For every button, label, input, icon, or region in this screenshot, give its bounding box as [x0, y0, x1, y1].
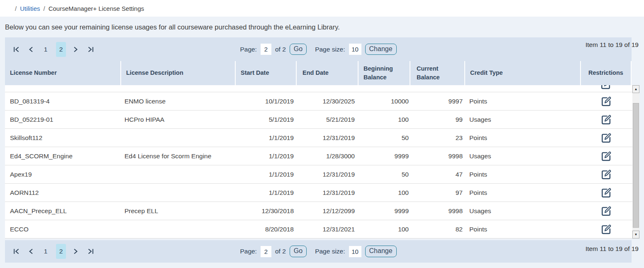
cell-beginning-balance: 100: [358, 226, 410, 233]
edit-pencil-square-icon: [600, 132, 612, 144]
page-number-2-active[interactable]: 2: [56, 42, 66, 57]
page-size-input[interactable]: [349, 44, 361, 55]
page-size-label: Page size:: [315, 46, 345, 53]
vertical-scrollbar[interactable]: ▲ ▼: [632, 85, 639, 238]
scrollbar-down-button[interactable]: ▼: [632, 231, 639, 238]
cell-license-description: Precep ELL: [120, 207, 235, 215]
page-size-input[interactable]: [349, 246, 361, 257]
first-page-button[interactable]: [12, 244, 21, 258]
cell-license-number: Skillsoft112: [5, 134, 120, 142]
go-button[interactable]: Go: [290, 44, 307, 55]
change-button[interactable]: Change: [365, 246, 397, 257]
previous-page-icon: [28, 46, 33, 53]
column-header-start-date[interactable]: Start Date: [235, 61, 296, 85]
edit-restrictions-button[interactable]: [600, 150, 612, 162]
cell-end-date: 12/30/2025: [296, 98, 358, 105]
page-number-1[interactable]: 1: [41, 244, 51, 259]
table-header: License Number License Description Start…: [5, 61, 632, 85]
cell-restrictions: [580, 114, 632, 125]
cell-start-date: 10/1/2019: [235, 98, 296, 105]
scrollbar-thumb[interactable]: [633, 103, 639, 228]
page-number-1[interactable]: 1: [41, 42, 51, 57]
cell-license-description: ENMO license: [120, 98, 235, 105]
cell-start-date: 1/1/2019: [235, 171, 296, 178]
first-page-icon: [13, 248, 20, 255]
cell-beginning-balance: 9999: [358, 152, 410, 160]
cell-end-date: 1/28/3000: [296, 152, 358, 160]
cell-credit-type: Points: [464, 189, 580, 197]
cell-end-date: 12/31/2019: [296, 189, 358, 197]
table-row: AACN_Precep_ELL Precep ELL 12/30/2018 12…: [5, 202, 632, 220]
edit-restrictions-button[interactable]: [600, 85, 612, 90]
cell-credit-type: Points: [464, 226, 580, 233]
column-header-credit-type[interactable]: Credit Type: [464, 61, 580, 85]
cell-current-balance: 9998: [410, 152, 464, 160]
edit-restrictions-button[interactable]: [600, 224, 612, 235]
edit-restrictions-button[interactable]: [600, 96, 612, 107]
table-body: BD_081319-4 ENMO license 10/1/2019 12/30…: [5, 85, 632, 238]
change-button[interactable]: Change: [365, 44, 397, 55]
cell-current-balance: 99: [410, 116, 464, 123]
page-number-input[interactable]: [261, 44, 271, 55]
edit-pencil-square-icon: [600, 96, 612, 107]
edit-pencil-square-icon: [600, 205, 612, 217]
first-page-icon: [13, 46, 20, 53]
cell-end-date: 12/31/2019: [296, 171, 358, 178]
previous-page-icon: [28, 248, 33, 255]
cell-license-description: HCPro HIPAA: [120, 116, 235, 123]
cell-start-date: 1/1/2019: [235, 134, 296, 142]
cell-license-number: BD_081319-4: [5, 98, 120, 105]
cell-beginning-balance: 10000: [358, 98, 410, 105]
edit-restrictions-button[interactable]: [600, 169, 612, 180]
cell-restrictions: [580, 205, 632, 217]
cell-current-balance: 82: [410, 226, 464, 233]
column-header-end-date[interactable]: End Date: [296, 61, 358, 85]
edit-restrictions-button[interactable]: [600, 205, 612, 217]
page-number-2-active[interactable]: 2: [56, 244, 66, 259]
last-page-button[interactable]: [86, 42, 95, 57]
cell-current-balance: 23: [410, 134, 464, 142]
cell-credit-type: Points: [464, 171, 580, 178]
edit-restrictions-button[interactable]: [600, 114, 612, 125]
table-row: BD_052219-01 HCPro HIPAA 5/1/2019 5/21/2…: [5, 111, 632, 129]
cell-current-balance: 9998: [410, 207, 464, 215]
next-page-icon: [73, 46, 78, 53]
page-number-input[interactable]: [261, 246, 271, 257]
cell-beginning-balance: 100: [358, 189, 410, 197]
column-header-beginning-balance[interactable]: BeginningBalance: [358, 61, 410, 85]
column-header-current-balance[interactable]: CurrentBalance: [410, 61, 464, 85]
first-page-button[interactable]: [12, 42, 21, 57]
page-body: Below you can see your remaining license…: [0, 17, 644, 268]
cell-start-date: 12/30/2018: [235, 207, 296, 215]
cell-restrictions: [580, 150, 632, 162]
previous-page-button[interactable]: [26, 244, 35, 258]
scrollbar-up-button[interactable]: ▲: [632, 85, 639, 93]
cell-end-date: 12/31/2021: [296, 226, 358, 233]
next-page-button[interactable]: [71, 42, 80, 57]
breadcrumb-link-utilities[interactable]: Utilities: [20, 5, 40, 12]
table-row: ECCO 8/20/2018 12/31/2021 100 82 Points: [5, 220, 632, 238]
cell-license-number: BD_052219-01: [5, 116, 120, 123]
table-row: AORN112 1/1/2019 12/31/2019 100 97 Point…: [5, 184, 632, 202]
last-page-icon: [87, 248, 94, 255]
cell-restrictions: [580, 187, 632, 199]
column-header-restrictions[interactable]: Restrictions: [580, 61, 632, 85]
cell-license-number: Ed4_SCORM_Engine: [5, 152, 120, 160]
next-page-button[interactable]: [71, 244, 80, 258]
go-button[interactable]: Go: [290, 246, 307, 257]
cell-current-balance: 9997: [410, 98, 464, 105]
last-page-button[interactable]: [86, 244, 95, 258]
edit-restrictions-button[interactable]: [600, 132, 612, 144]
page-size-label: Page size:: [315, 248, 345, 255]
partially-scrolled-row: [5, 85, 632, 92]
previous-page-button[interactable]: [26, 42, 35, 57]
page-of-label: of 2: [275, 46, 286, 53]
column-header-license-number[interactable]: License Number: [5, 61, 120, 85]
item-range-label: Item 11 to 19 of 19: [585, 41, 639, 49]
cell-restrictions: [580, 169, 632, 180]
table-row: Skillsoft112 1/1/2019 12/31/2019 50 23 P…: [5, 129, 632, 147]
column-header-license-description[interactable]: License Description: [120, 61, 235, 85]
cell-current-balance: 97: [410, 189, 464, 197]
edit-restrictions-button[interactable]: [600, 187, 612, 199]
cell-beginning-balance: 100: [358, 116, 410, 123]
